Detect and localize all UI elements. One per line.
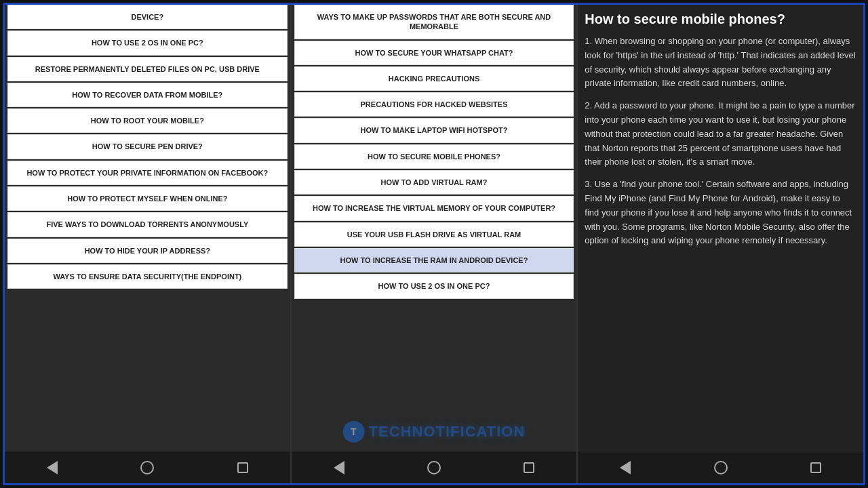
list-item[interactable]: HOW TO INCREASE THE VIRTUAL MEMORY OF YO…	[294, 196, 574, 220]
back-button-2[interactable]	[327, 455, 351, 480]
list-item[interactable]: HOW TO PROTECT MYSELF WHEN ONLINE?	[7, 186, 288, 211]
back-icon-3	[620, 461, 631, 474]
list-item[interactable]: HOW TO ADD VIRTUAL RAM?	[294, 170, 574, 195]
home-icon-2	[427, 461, 441, 474]
list-item[interactable]: HOW TO SECURE YOUR WHATSAPP CHAT?	[294, 41, 574, 65]
recents-icon-2	[524, 462, 534, 473]
watermark-logo: T	[343, 421, 365, 443]
back-button-1[interactable]	[40, 455, 64, 480]
list-item[interactable]: USE YOUR USB FLASH DRIVE AS VIRTUAL RAM	[294, 222, 574, 247]
top-cut-item-1[interactable]: DEVICE?	[7, 5, 288, 29]
back-button-3[interactable]	[613, 455, 637, 480]
phone-screen-3: How to secure mobile phones? 1. When bro…	[578, 5, 863, 483]
watermark-text: TECHNOTIFICATION	[369, 423, 526, 441]
list-item[interactable]: PRECAUTIONS FOR HACKED WEBSITES	[294, 92, 574, 117]
menu-list-2: HOW TO SECURE YOUR WHATSAPP CHAT?HACKING…	[292, 41, 577, 299]
list-item[interactable]: FIVE WAYS TO DOWNLOAD TORRENTS ANONYMOUS…	[7, 212, 288, 237]
article-title: How to secure mobile phones?	[585, 10, 856, 28]
recents-button-3[interactable]	[804, 455, 828, 480]
nav-bar-1	[5, 451, 290, 483]
screen-content-1: DEVICE? HOW TO USE 2 OS IN ONE PC?RESTOR…	[5, 5, 290, 451]
recents-icon-3	[810, 462, 821, 473]
back-icon-1	[47, 461, 58, 474]
home-button-2[interactable]	[422, 455, 446, 480]
list-item[interactable]: HOW TO SECURE MOBILE PHONES?	[294, 144, 574, 169]
list-item[interactable]: HOW TO USE 2 OS IN ONE PC?	[294, 274, 574, 298]
recents-icon-1	[237, 462, 248, 473]
phone-screen-1: DEVICE? HOW TO USE 2 OS IN ONE PC?RESTOR…	[5, 5, 292, 483]
top-cut-item-2[interactable]: WAYS TO MAKE UP PASSWORDS THAT ARE BOTH …	[294, 5, 574, 39]
nav-bar-2	[292, 451, 577, 483]
screens-row: DEVICE? HOW TO USE 2 OS IN ONE PC?RESTOR…	[5, 5, 863, 483]
menu-list-1: HOW TO USE 2 OS IN ONE PC?RESTORE PERMAN…	[5, 30, 290, 289]
recents-button-2[interactable]	[517, 455, 541, 480]
back-icon-2	[334, 461, 344, 474]
watermark: T TECHNOTIFICATION	[343, 421, 526, 443]
list-item[interactable]: HACKING PRECAUTIONS	[294, 66, 574, 91]
outer-border: DEVICE? HOW TO USE 2 OS IN ONE PC?RESTOR…	[3, 3, 865, 485]
home-icon-3	[714, 461, 728, 474]
list-item[interactable]: HOW TO MAKE LAPTOP WIFI HOTSPOT?	[294, 118, 574, 142]
recents-button-1[interactable]	[231, 455, 255, 480]
article-content: How to secure mobile phones? 1. When bro…	[578, 5, 863, 451]
list-item[interactable]: WAYS TO ENSURE DATA SECURITY(THE ENDPOIN…	[7, 264, 288, 289]
list-item[interactable]: HOW TO INCREASE THE RAM IN ANDROID DEVIC…	[294, 248, 574, 272]
list-item[interactable]: RESTORE PERMANENTLY DELETED FILES ON PC,…	[7, 57, 288, 81]
phone-screen-2: WAYS TO MAKE UP PASSWORDS THAT ARE BOTH …	[292, 5, 578, 483]
home-icon-1	[140, 461, 154, 474]
home-button-3[interactable]	[709, 455, 733, 480]
list-item[interactable]: HOW TO RECOVER DATA FROM MOBILE?	[7, 83, 288, 107]
list-item[interactable]: HOW TO ROOT YOUR MOBILE?	[7, 108, 288, 133]
list-item[interactable]: HOW TO SECURE PEN DRIVE?	[7, 134, 288, 159]
list-item[interactable]: HOW TO PROTECT YOUR PRIVATE INFORMATION …	[7, 161, 288, 185]
article-paragraph: 2. Add a password to your phone. It migh…	[585, 99, 856, 169]
article-paragraph: 1. When browsing or shopping on your pho…	[585, 35, 856, 91]
home-button-1[interactable]	[135, 455, 159, 480]
article-body: 1. When browsing or shopping on your pho…	[585, 35, 856, 248]
list-item[interactable]: HOW TO USE 2 OS IN ONE PC?	[7, 30, 288, 55]
article-paragraph: 3. Use a 'find your phone tool.' Certain…	[585, 178, 856, 248]
nav-bar-3	[578, 451, 863, 483]
screen-content-2: WAYS TO MAKE UP PASSWORDS THAT ARE BOTH …	[292, 5, 577, 451]
list-item[interactable]: HOW TO HIDE YOUR IP ADDRESS?	[7, 239, 288, 263]
